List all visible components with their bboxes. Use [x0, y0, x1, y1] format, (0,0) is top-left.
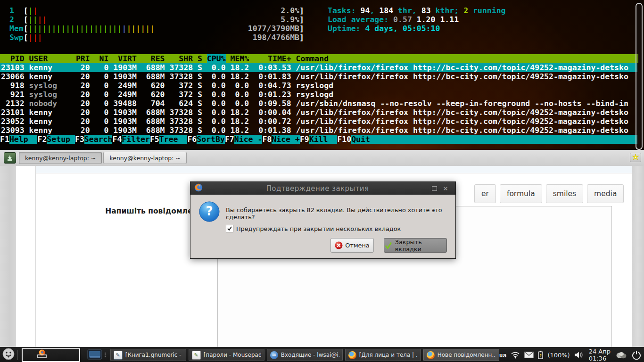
volume-icon[interactable] [574, 351, 584, 359]
col-pri[interactable]: PRI [76, 54, 90, 63]
taskbar-window-buttons: [Книга1.gnumeric - ... [пароли - Mousepa… [110, 349, 499, 361]
process-row[interactable]: 918 syslog 20 0 249M 620 372 S 0.0 0.0 0… [0, 81, 637, 90]
drop-terminal-icon[interactable] [4, 152, 16, 164]
wallpaper-right-strip [632, 166, 644, 347]
terminal-window: 1[||2.0%] 2[||||5.9%] Mem[||||||||||||||… [0, 0, 644, 150]
fkey-button[interactable]: F7Nice - [225, 135, 262, 144]
weather-cloud-icon[interactable] [615, 350, 627, 360]
uptime: Uptime: 4 days, 05:05:10 [328, 24, 440, 33]
col-cpu-sorted[interactable]: CPU% [207, 54, 226, 63]
terminal-tab-2[interactable]: kenny@kenny-laptop: ~ [103, 152, 186, 164]
taskbar-window-button[interactable]: Входящие - lwsai@i.... [267, 349, 343, 361]
bracket: ] [299, 33, 304, 42]
warn-checkbox-label: Предупреждать при закрытии нескольких вк… [236, 225, 401, 232]
close-window-icon[interactable]: × [440, 185, 451, 192]
editor-tab[interactable]: media [587, 184, 624, 203]
load-average: Load average: 0.57 1.20 1.11 [328, 15, 459, 24]
terminal-tab-bar: kenny@kenny-laptop: ~ kenny@kenny-laptop… [0, 150, 644, 166]
editor-tab[interactable]: er [474, 184, 496, 203]
process-table: 23103 kenny 20 0 1903M 688M 37328 S 0.0 … [0, 63, 644, 135]
wifi-icon[interactable] [511, 351, 520, 359]
taskbar-window-button[interactable]: [пароли - Mousepad] [189, 349, 264, 361]
window-app-icon [192, 351, 201, 360]
fkey-button[interactable]: F3Search [75, 135, 112, 144]
col-virt[interactable]: VIRT [113, 54, 137, 63]
swap-bars: ||| [28, 33, 253, 42]
taskbar-separator [17, 350, 18, 360]
svg-text:?: ? [206, 204, 213, 218]
fkey-button[interactable]: F9Kill [300, 135, 337, 144]
cpu1-label: 1 [9, 6, 24, 15]
taskbar-window-button[interactable]: [Книга1.gnumeric - ... [110, 349, 186, 361]
fkey-button[interactable]: F4Filter [112, 135, 149, 144]
fkey-button[interactable]: F2Setup [37, 135, 74, 144]
terminal-tab-1[interactable]: kenny@kenny-laptop: ~ [19, 152, 102, 164]
col-ni[interactable]: NI [95, 54, 109, 63]
process-row[interactable]: 23052 kenny 20 0 1903M 688M 37328 S 0.0 … [0, 117, 637, 126]
taskbar-window-button[interactable]: Нове повідомленн... [423, 349, 499, 361]
battery-percent-label[interactable]: (100%) [547, 352, 570, 359]
terminal-tab-1-label: kenny@kenny-laptop: ~ [25, 155, 96, 162]
taskbar-window-button[interactable]: [Для лица и тела | ... [345, 349, 421, 361]
dialog-title: Подтверждение закрытия [203, 184, 432, 193]
fkey-button[interactable]: F5Tree [150, 135, 187, 144]
col-time[interactable]: TIME+ [254, 54, 291, 63]
battery-icon[interactable] [538, 351, 543, 359]
process-row[interactable]: 23093 kenny 20 0 1903M 688M 37328 S 0.0 … [0, 126, 637, 135]
col-s[interactable]: S [198, 54, 202, 63]
col-mem[interactable]: MEM% [231, 54, 249, 63]
bracket: [ [24, 6, 28, 15]
process-row[interactable]: 23103 kenny 20 0 1903M 688M 37328 S 0.0 … [0, 63, 637, 72]
col-shr[interactable]: SHR [169, 54, 193, 63]
question-icon: ? [198, 201, 220, 224]
cancel-button[interactable]: Отмена [330, 238, 374, 253]
keyboard-layout-indicator[interactable]: ua [499, 352, 507, 359]
memory-value: 1077/3790MB [248, 24, 299, 33]
tasks-summary: Tasks: 94, 184 thr, 83 kthr; 2 running [328, 6, 506, 15]
active-launcher-slot[interactable] [22, 348, 80, 362]
notification-star-button[interactable] [630, 153, 641, 162]
clock[interactable]: 24 Апр 01:36 [589, 348, 611, 362]
close-tabs-button[interactable]: Закрыть вкладки [384, 238, 447, 253]
cpu2-meter: 2[||||5.9%] [9, 15, 304, 24]
process-row[interactable]: 23066 kenny 20 0 1903M 688M 37328 S 0.0 … [0, 72, 637, 81]
editor-tab[interactable]: smiles [546, 184, 583, 203]
col-res[interactable]: RES [141, 54, 165, 63]
fkey-button[interactable]: F1Help [0, 135, 37, 144]
fkey-button[interactable]: F10Quit [337, 135, 370, 144]
warn-checkbox[interactable] [226, 225, 233, 232]
close-tabs-button-label: Закрыть вкладки [395, 239, 446, 253]
process-table-header[interactable]: PID USER PRI NI VIRT RES SHR S CPU% MEM%… [0, 54, 638, 63]
col-user[interactable]: USER [29, 54, 71, 63]
col-pid[interactable]: PID [1, 54, 25, 63]
process-row[interactable]: 2132 nobody 20 0 39488 704 624 S 0.0 0.0… [0, 99, 637, 108]
cpu1-meter: 1[||2.0%] [9, 6, 304, 15]
mail-notification-icon[interactable] [524, 352, 534, 358]
taskbar: [Книга1.gnumeric - ... [пароли - Mousepa… [0, 347, 644, 362]
fkey-button[interactable]: F6SortBy [187, 135, 224, 144]
process-row[interactable]: 23101 kenny 20 0 1903M 688M 37328 S 0.0 … [0, 108, 637, 117]
cancel-button-label: Отмена [345, 242, 369, 249]
fkeys: F1Help F2Setup F3SearchF4FilterF5Tree F6… [0, 135, 370, 144]
memory-bars: ||||||||||||||||||||||||||| [28, 24, 248, 33]
cancel-icon [335, 241, 343, 249]
window-edge-strip [16, 166, 36, 347]
grip-dots [105, 353, 106, 357]
window-app-icon [348, 351, 356, 359]
restore-window-icon[interactable] [432, 186, 437, 191]
bracket: [ [24, 24, 28, 33]
fkey-button[interactable]: F8Nice + [262, 135, 299, 144]
cpu2-bars: |||| [28, 15, 281, 24]
memory-label: Mem [9, 24, 24, 33]
terminal-scrollbar[interactable] [636, 3, 643, 150]
process-row[interactable]: 921 syslog 20 0 249M 620 372 S 0.0 0.0 0… [0, 90, 637, 99]
editor-tab[interactable]: formula [500, 184, 542, 203]
power-button-icon[interactable] [632, 350, 641, 360]
dialog-titlebar[interactable]: Подтверждение закрытия × [190, 182, 455, 195]
terminal-tab-2-label: kenny@kenny-laptop: ~ [109, 155, 180, 162]
wallpaper-left-strip [0, 166, 16, 347]
terminal-window-button[interactable] [87, 349, 106, 361]
col-command[interactable]: Command [296, 54, 638, 63]
menu-smiley-icon[interactable] [2, 348, 15, 362]
swap-label: Swp [9, 33, 24, 42]
